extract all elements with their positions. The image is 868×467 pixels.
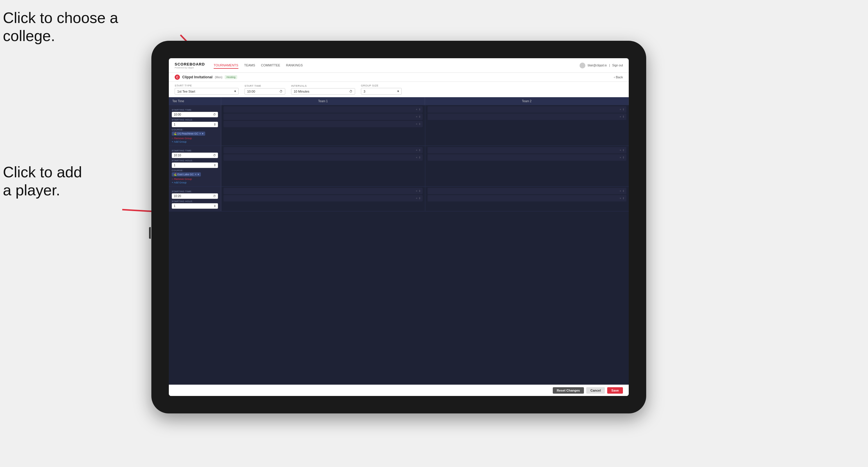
brand-sub: Powered by clippd [175, 66, 205, 69]
player-slot[interactable]: × ⇕ [223, 106, 423, 113]
cancel-button[interactable]: Cancel [586, 387, 605, 394]
remove-player-icon[interactable]: × [416, 156, 417, 159]
nav-link-rankings[interactable]: RANKINGS [286, 62, 303, 69]
sort-icon[interactable]: ⇕ [418, 197, 421, 200]
th-team2: Team 2 [425, 97, 629, 105]
brand-title: SCOREBOARD [175, 62, 205, 66]
remove-player-icon[interactable]: × [620, 197, 621, 200]
sub-header: C Clippd Invitational (Men) Hosting ‹ Ba… [169, 73, 629, 82]
remove-player-icon[interactable]: × [620, 190, 621, 192]
sort-icon[interactable]: ⇕ [622, 197, 625, 200]
sort-icon[interactable]: ⇕ [418, 115, 421, 118]
starting-time-input-2[interactable]: 10:10 ⏱ [172, 153, 218, 158]
user-email: blair@clippd.io [588, 64, 607, 67]
remove-player-icon[interactable]: × [620, 156, 621, 159]
group-size-select[interactable]: 3 ▾ [361, 88, 402, 95]
remove-player-icon[interactable]: × [416, 197, 417, 200]
remove-player-icon[interactable]: × [416, 190, 417, 192]
start-type-label: Start Type [175, 84, 239, 87]
course-tag-1[interactable]: ⛳ (A) Peachtree GC × ▾ [172, 132, 205, 136]
nav-link-teams[interactable]: TEAMS [244, 62, 255, 69]
remove-group-link-1[interactable]: ○ Remove Group [172, 137, 218, 140]
sort-icon[interactable]: ⇕ [418, 190, 421, 192]
add-group-link-2[interactable]: + Add Group [172, 181, 218, 184]
remove-player-icon[interactable]: × [620, 115, 621, 118]
starting-hole-input-2[interactable]: 1 ⇕ [172, 162, 218, 168]
player-slot[interactable]: × ⇕ [223, 147, 423, 153]
remove-player-icon[interactable]: × [416, 115, 417, 118]
content-area: Start Type 1st Tee Start ▾ Start Time 10… [169, 82, 629, 396]
starting-hole-input-1[interactable]: 1 ⇕ [172, 122, 218, 127]
annotation-line4: a player. [3, 182, 60, 198]
remove-player-icon[interactable]: × [416, 108, 417, 111]
starting-hole-label-2: STARTING HOLE: [172, 159, 218, 162]
course-label-2: COURSE: [172, 169, 218, 172]
player-slot[interactable]: × ⇕ [428, 188, 626, 194]
player-slot[interactable]: × ⇕ [428, 147, 626, 153]
remove-player-icon[interactable]: × [416, 123, 417, 125]
sort-icon[interactable]: ⇕ [622, 108, 625, 111]
starting-time-input-1[interactable]: 10:00 ⏱ [172, 112, 218, 117]
brand: SCOREBOARD Powered by clippd [175, 62, 205, 69]
intervals-select[interactable]: 10 Minutes ⏱ [291, 88, 355, 95]
player-slot[interactable]: × ⇕ [223, 114, 423, 120]
tournament-name: Clippd Invitational [182, 75, 213, 79]
back-link[interactable]: ‹ Back [614, 75, 623, 79]
starting-time-input-3[interactable]: 10:20 ⏱ [172, 193, 218, 199]
player-slot[interactable]: × ⇕ [428, 106, 626, 113]
c-logo: C [175, 74, 180, 80]
table-row: STARTING TIME: 10:00 ⏱ STARTING HOLE: 1 … [169, 105, 629, 146]
sort-icon[interactable]: ⇕ [418, 108, 421, 111]
chevron-down-icon-2: ▾ [397, 89, 399, 93]
save-button[interactable]: Save [607, 387, 623, 394]
pipe-separator: | [609, 64, 610, 67]
annotation-line2: college. [3, 27, 55, 44]
th-tee-time: Tee Time [169, 97, 221, 105]
chevron-icon-3: ⇕ [214, 205, 216, 208]
annotation-line3: Click to add [3, 164, 82, 181]
sort-icon[interactable]: ⇕ [622, 156, 625, 159]
chevron-down-icon: ▾ [234, 89, 236, 93]
remove-player-icon[interactable]: × [416, 149, 417, 152]
intervals-group: Intervals 10 Minutes ⏱ [291, 85, 355, 95]
player-slot[interactable]: × ⇕ [223, 188, 423, 194]
add-group-link-1[interactable]: + Add Group [172, 140, 218, 143]
start-type-select[interactable]: 1st Tee Start ▾ [175, 88, 239, 95]
hosting-badge: Hosting [225, 75, 237, 79]
start-time-select[interactable]: 10:00 ⏱ [245, 88, 285, 95]
reset-button[interactable]: Reset Changes [553, 387, 584, 394]
sort-icon[interactable]: ⇕ [622, 115, 625, 118]
remove-course-icon[interactable]: × [199, 132, 201, 135]
tablet-side-button [149, 227, 151, 239]
sort-icon[interactable]: ⇕ [418, 149, 421, 152]
player-slot[interactable]: × ⇕ [223, 121, 423, 127]
sort-icon[interactable]: ⇕ [622, 149, 625, 152]
sort-icon[interactable]: ⇕ [418, 156, 421, 159]
clock-icon-3: ⏱ [213, 113, 216, 116]
remove-player-icon[interactable]: × [620, 108, 621, 111]
remove-course-icon-2[interactable]: × [195, 173, 196, 176]
player-slot[interactable]: × ⇕ [428, 114, 626, 120]
table-row: STARTING TIME: 10:20 ⏱ STARTING HOLE: 1 … [169, 187, 629, 211]
nav-link-committee[interactable]: COMMITTEE [261, 62, 280, 69]
remove-group-link-2[interactable]: ○ Remove Group [172, 178, 218, 181]
starting-hole-input-3[interactable]: 1 ⇕ [172, 203, 218, 209]
remove-player-icon[interactable]: × [620, 149, 621, 152]
player-slot[interactable]: × ⇕ [223, 195, 423, 201]
sort-icon[interactable]: ⇕ [622, 190, 625, 192]
group-left-3: STARTING TIME: 10:20 ⏱ STARTING HOLE: 1 … [169, 187, 221, 211]
starting-hole-label-3: STARTING HOLE: [172, 200, 218, 203]
chevron-icon: ⇕ [214, 123, 216, 126]
start-time-label: Start Time [245, 85, 285, 87]
player-slot[interactable]: × ⇕ [223, 154, 423, 161]
tablet-screen: SCOREBOARD Powered by clippd TOURNAMENTS… [169, 58, 629, 396]
nav-link-tournaments[interactable]: TOURNAMENTS [214, 62, 238, 69]
player-slot[interactable]: × ⇕ [428, 195, 626, 201]
table-body: STARTING TIME: 10:00 ⏱ STARTING HOLE: 1 … [169, 105, 629, 384]
sort-icon[interactable]: ⇕ [418, 123, 421, 125]
player-slot[interactable]: × ⇕ [428, 154, 626, 161]
sign-out-link[interactable]: Sign out [612, 64, 623, 67]
course-tag-2[interactable]: ⛳ East Lake GC × ▾ [172, 173, 201, 177]
group-size-group: Group Size 3 ▾ [361, 84, 402, 95]
table-row: STARTING TIME: 10:10 ⏱ STARTING HOLE: 1 … [169, 146, 629, 187]
